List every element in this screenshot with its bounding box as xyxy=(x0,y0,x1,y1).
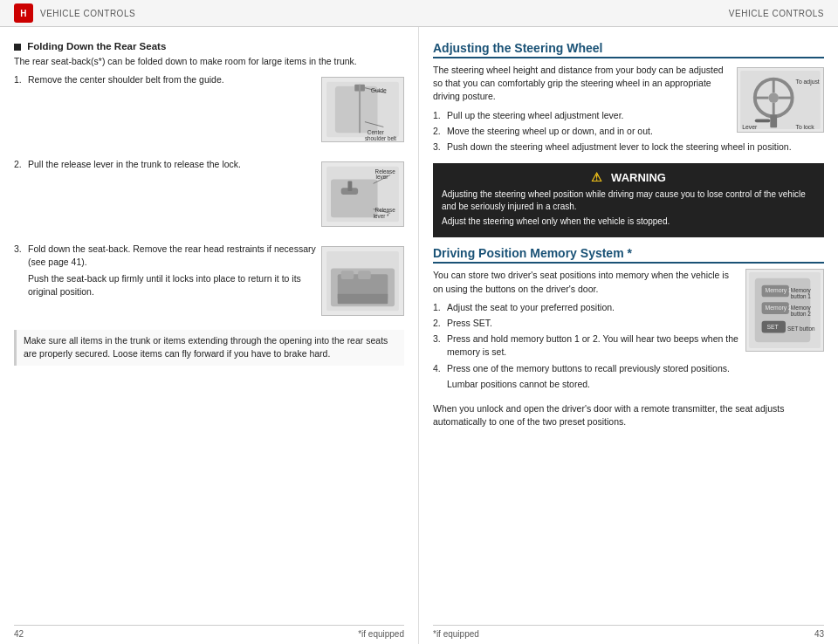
svg-text:button 2: button 2 xyxy=(791,311,811,317)
step-2-image: Release lever Release lever * xyxy=(321,161,404,229)
memory-closing: When you unlock and open the driver's do… xyxy=(433,402,824,428)
step-3: 3. Fold down the seat-back. Remove the r… xyxy=(14,243,316,269)
svg-rect-2 xyxy=(335,86,378,134)
header-left: H VEHICLE CONTROLS xyxy=(14,3,135,23)
svg-rect-24 xyxy=(358,271,371,280)
step-2: 2. Pull the release lever in the trunk t… xyxy=(14,158,316,171)
left-section-title: Folding Down the Rear Seats xyxy=(14,41,404,51)
svg-text:button 1: button 1 xyxy=(791,294,811,300)
right-page-number: 43 xyxy=(814,629,824,639)
memory-image: Memory 1 Memory 2 SET Memory button 1 Me… xyxy=(745,269,824,353)
svg-text:To lock: To lock xyxy=(796,124,815,130)
svg-text:SET button: SET button xyxy=(787,326,815,332)
step-3-image xyxy=(321,246,404,318)
memory-step-3: 3. Press and hold memory button 1 or 2. … xyxy=(433,332,738,359)
steering-title: Adjusting the Steering Wheel xyxy=(433,41,824,58)
svg-text:lever *: lever * xyxy=(374,213,389,219)
svg-rect-23 xyxy=(341,271,354,280)
warning-box: ⚠ WARNING Adjusting the steering wheel p… xyxy=(433,163,824,237)
memory-step-4: 4. Press one of the memory buttons to re… xyxy=(433,362,824,375)
left-footer: 42 *if equipped xyxy=(14,625,404,639)
note-text: Make sure all items in the trunk or item… xyxy=(24,334,397,360)
memory-section: Driving Position Memory System * Memory … xyxy=(433,246,824,394)
svg-rect-25 xyxy=(338,294,388,305)
step-1-image: Guide Center shoulder belt xyxy=(321,77,404,144)
content-area: Folding Down the Rear Seats The rear sea… xyxy=(0,27,838,644)
steering-step-1: 1. Pull up the steering wheel adjustment… xyxy=(433,109,732,122)
step-2-container: Release lever Release lever * 2. Pull th… xyxy=(14,158,404,234)
svg-rect-34 xyxy=(755,119,771,122)
step-3-container: 3. Fold down the seat-back. Remove the r… xyxy=(14,243,404,323)
left-page-number: 42 xyxy=(14,629,24,639)
svg-text:SET: SET xyxy=(766,324,779,330)
svg-text:shoulder belt: shoulder belt xyxy=(365,135,396,141)
left-footnote: *if equipped xyxy=(358,629,404,639)
right-page: Adjusting the Steering Wheel T xyxy=(419,27,838,644)
svg-text:Lever: Lever xyxy=(742,124,758,130)
steering-step-2: 2. Move the steering wheel up or down, a… xyxy=(433,125,732,138)
svg-rect-33 xyxy=(770,115,777,128)
memory-title: Driving Position Memory System * xyxy=(433,246,824,264)
svg-rect-13 xyxy=(347,182,352,192)
svg-text:To adjust: To adjust xyxy=(796,79,820,86)
logo-icon: H xyxy=(14,3,33,23)
steering-section: Adjusting the Steering Wheel T xyxy=(433,41,824,156)
steering-step-3: 3. Push down the steering wheel adjustme… xyxy=(433,140,824,154)
right-footnote: *if equipped xyxy=(433,629,479,639)
memory-note: Lumbar positions cannot be stored. xyxy=(433,378,824,391)
svg-text:Guide: Guide xyxy=(371,87,387,93)
note-box: Make sure all items in the trunk or item… xyxy=(14,330,404,365)
header-bar: H VEHICLE CONTROLS VEHICLE CONTROLS xyxy=(0,0,838,27)
right-footer: *if equipped 43 xyxy=(433,625,824,639)
svg-text:H: H xyxy=(20,9,27,18)
left-page: Folding Down the Rear Seats The rear sea… xyxy=(0,27,419,644)
svg-point-28 xyxy=(768,92,779,103)
warning-triangle-icon: ⚠ xyxy=(591,170,602,184)
warning-title: ⚠ WARNING xyxy=(442,170,815,184)
svg-text:Memory 1: Memory 1 xyxy=(766,288,793,295)
svg-text:lever: lever xyxy=(376,175,388,181)
left-intro-text: The rear seat-back(s*) can be folded dow… xyxy=(14,55,404,68)
bullet-icon xyxy=(14,44,21,51)
steering-image: To adjust Lever To lock xyxy=(737,67,824,134)
step-1: 1. Remove the center shoulder belt from … xyxy=(14,73,316,86)
memory-step-1: 1. Adjust the seat to your preferred pos… xyxy=(433,301,738,314)
warning-content: Adjusting the steering wheel position wh… xyxy=(442,188,815,228)
svg-rect-11 xyxy=(331,180,378,218)
svg-text:Memory 2: Memory 2 xyxy=(766,305,793,312)
memory-step-2: 2. Press SET. xyxy=(433,317,738,330)
header-left-label: VEHICLE CONTROLS xyxy=(40,9,135,18)
step-1-container: Guide Center shoulder belt 1. Remove the… xyxy=(14,73,404,149)
header-right-label: VEHICLE CONTROLS xyxy=(729,9,824,18)
